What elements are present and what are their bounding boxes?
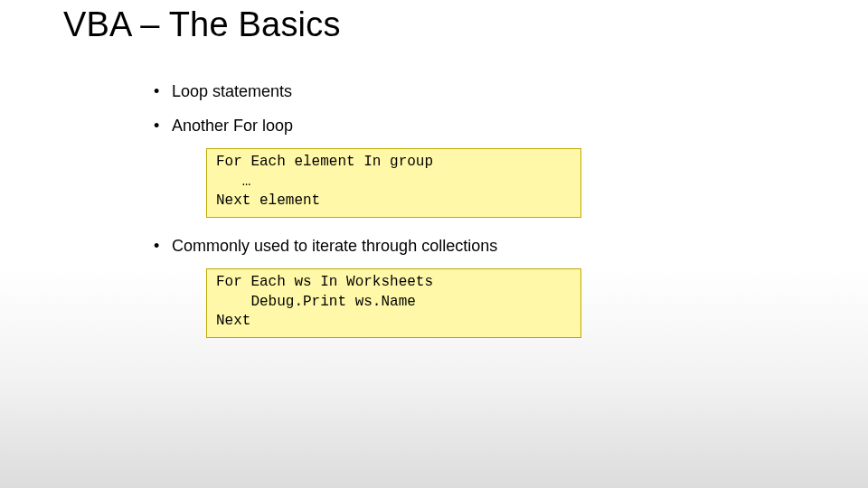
code-block-2: For Each ws In Worksheets Debug.Print ws… bbox=[206, 268, 581, 338]
bullet-item-3: Commonly used to iterate through collect… bbox=[152, 234, 803, 258]
bullet-item-1: Loop statements bbox=[152, 80, 803, 103]
bullet-item-2: Another For loop bbox=[152, 114, 803, 137]
code-block-1: For Each element In group … Next element bbox=[206, 148, 581, 218]
bullet-list: Loop statements Another For loop bbox=[152, 80, 803, 137]
slide-content: Loop statements Another For loop For Eac… bbox=[152, 80, 803, 354]
bullet-list-2: Commonly used to iterate through collect… bbox=[152, 234, 803, 258]
slide-title: VBA – The Basics bbox=[63, 5, 341, 44]
